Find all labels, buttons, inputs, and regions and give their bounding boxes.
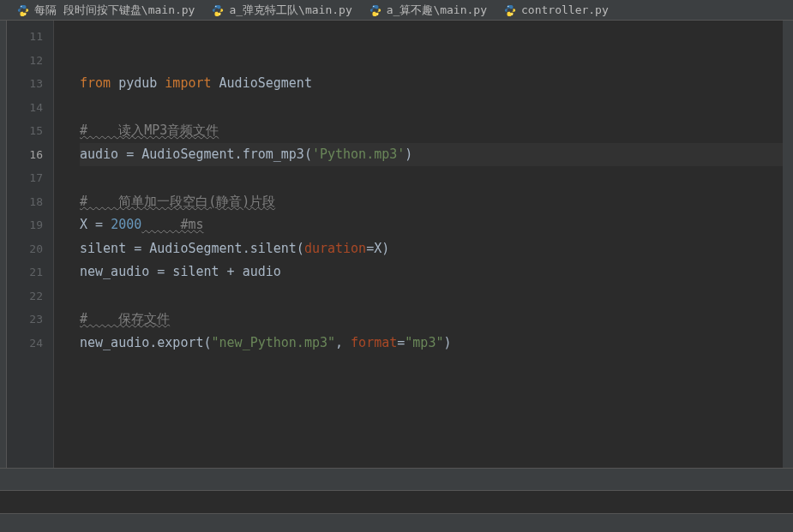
python-icon	[504, 4, 516, 16]
tab-label: a_弹克特工队\main.py	[229, 3, 351, 18]
code-line[interactable]	[80, 25, 793, 49]
line-number: 12	[7, 49, 53, 73]
code-line[interactable]	[80, 96, 793, 120]
code-line[interactable]: X = 2000 #ms	[80, 213, 793, 237]
svg-point-1	[25, 13, 26, 14]
svg-point-6	[508, 5, 508, 6]
editor-tabs: 每隔 段时间按下键盘\main.py a_弹克特工队\main.py a_算不趣…	[0, 0, 793, 21]
code-line[interactable]: # 保存文件	[80, 308, 793, 332]
python-icon	[212, 4, 224, 16]
tab-label: 每隔 段时间按下键盘\main.py	[34, 3, 195, 18]
code-line[interactable]: new_audio.export("new_Python.mp3", forma…	[80, 332, 793, 356]
line-number: 22	[7, 284, 53, 308]
code-line[interactable]: silent = AudioSegment.silent(duration=X)	[80, 237, 793, 261]
line-number: 19	[7, 213, 53, 237]
line-number: 21	[7, 260, 53, 284]
line-number: 16	[7, 143, 53, 167]
code-line[interactable]	[80, 49, 793, 73]
line-number: 11	[7, 25, 53, 49]
line-number: 24	[7, 332, 53, 356]
status-bar[interactable]	[0, 513, 793, 532]
line-number: 18	[7, 190, 53, 214]
tab-file-3[interactable]: a_算不趣\main.py	[369, 3, 487, 18]
line-number: 20	[7, 237, 53, 261]
line-number: 14	[7, 96, 53, 120]
editor-area: 1112131415161718192021222324 from pydub …	[0, 21, 793, 468]
python-icon	[17, 4, 29, 16]
svg-point-2	[216, 5, 217, 6]
svg-point-7	[512, 13, 513, 14]
svg-point-0	[21, 5, 21, 6]
code-line[interactable]: from pydub import AudioSegment	[80, 72, 793, 96]
code-line[interactable]: audio = AudioSegment.from_mp3('Python.mp…	[80, 143, 793, 167]
tab-label: controller.py	[521, 3, 609, 16]
python-icon	[369, 4, 381, 16]
tab-file-4[interactable]: controller.py	[504, 3, 609, 16]
tab-file-1[interactable]: 每隔 段时间按下键盘\main.py	[17, 3, 195, 18]
tool-window-bar[interactable]	[0, 469, 793, 491]
tab-label: a_算不趣\main.py	[387, 3, 487, 18]
code-line[interactable]: # 简单加一段空白(静音)片段	[80, 190, 793, 214]
code-line[interactable]	[80, 166, 793, 190]
tab-file-2[interactable]: a_弹克特工队\main.py	[212, 3, 351, 18]
line-number: 13	[7, 72, 53, 96]
svg-point-5	[376, 13, 377, 14]
code-line[interactable]	[80, 284, 793, 308]
left-tool-strip[interactable]	[0, 21, 7, 468]
code-editor[interactable]: from pydub import AudioSegment# 读入MP3音频文…	[54, 21, 793, 468]
line-number: 23	[7, 308, 53, 332]
line-number: 15	[7, 119, 53, 143]
code-line[interactable]: # 读入MP3音频文件	[80, 119, 793, 143]
line-number-gutter[interactable]: 1112131415161718192021222324	[7, 21, 54, 468]
code-line[interactable]: new_audio = silent + audio	[80, 260, 793, 284]
scrollbar[interactable]	[783, 21, 793, 468]
svg-point-3	[219, 13, 220, 14]
line-number: 17	[7, 166, 53, 190]
svg-point-4	[373, 5, 374, 6]
